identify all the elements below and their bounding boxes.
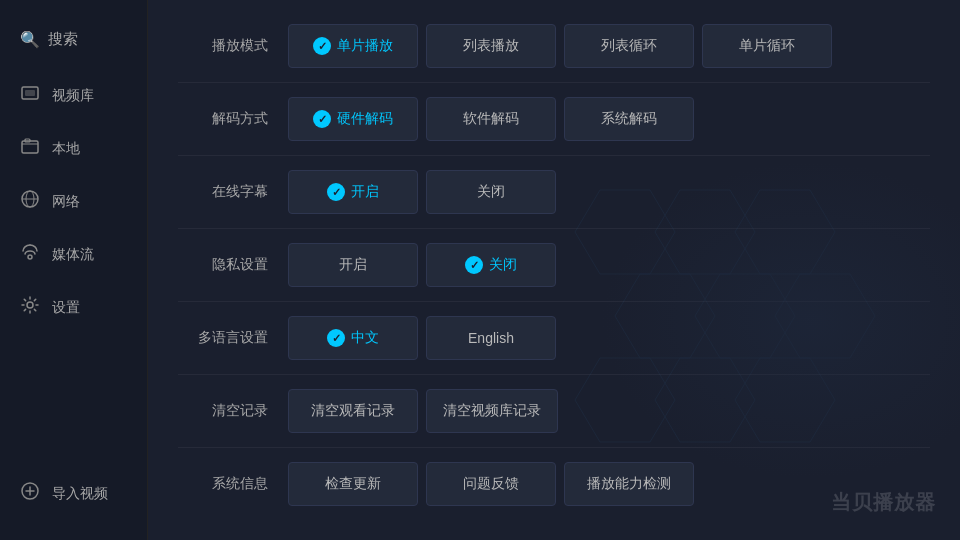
row-options-play-mode: 单片播放列表播放列表循环单片循环 xyxy=(288,24,930,68)
sidebar-item-settings[interactable]: 设置 xyxy=(0,281,147,334)
option-label-play-mode-list: 列表播放 xyxy=(463,37,519,55)
sidebar-item-network[interactable]: 网络 xyxy=(0,175,147,228)
library-icon xyxy=(20,83,40,108)
row-options-privacy: 开启关闭 xyxy=(288,243,930,287)
search-icon: 🔍 xyxy=(20,30,40,49)
check-icon xyxy=(313,37,331,55)
option-label-clear-clear-library: 清空视频库记录 xyxy=(443,402,541,420)
row-options-decode: 硬件解码软件解码系统解码 xyxy=(288,97,930,141)
settings-row-decode: 解码方式硬件解码软件解码系统解码 xyxy=(178,97,930,141)
option-label-system-capability: 播放能力检测 xyxy=(587,475,671,493)
option-btn-play-mode-single[interactable]: 单片播放 xyxy=(288,24,418,68)
option-btn-decode-software[interactable]: 软件解码 xyxy=(426,97,556,141)
sidebar: 🔍 搜索 视频库 本地 xyxy=(0,0,148,540)
network-icon xyxy=(20,189,40,214)
settings-container: 播放模式单片播放列表播放列表循环单片循环解码方式硬件解码软件解码系统解码在线字幕… xyxy=(178,24,930,506)
sidebar-item-stream-label: 媒体流 xyxy=(52,246,94,264)
row-options-language: 中文English xyxy=(288,316,930,360)
sidebar-item-import-label: 导入视频 xyxy=(52,485,108,503)
option-btn-clear-clear-watch[interactable]: 清空观看记录 xyxy=(288,389,418,433)
main-content: 播放模式单片播放列表播放列表循环单片循环解码方式硬件解码软件解码系统解码在线字幕… xyxy=(148,0,960,540)
option-btn-language-en[interactable]: English xyxy=(426,316,556,360)
check-icon xyxy=(465,256,483,274)
row-divider xyxy=(178,374,930,375)
option-btn-system-check-update[interactable]: 检查更新 xyxy=(288,462,418,506)
option-label-decode-software: 软件解码 xyxy=(463,110,519,128)
sidebar-item-settings-label: 设置 xyxy=(52,299,80,317)
option-btn-clear-clear-library[interactable]: 清空视频库记录 xyxy=(426,389,558,433)
sidebar-nav: 视频库 本地 网络 xyxy=(0,69,147,334)
option-label-language-en: English xyxy=(468,330,514,346)
row-options-clear: 清空观看记录清空视频库记录 xyxy=(288,389,930,433)
option-label-privacy-on: 开启 xyxy=(339,256,367,274)
settings-row-language: 多语言设置中文English xyxy=(178,316,930,360)
svg-rect-1 xyxy=(25,90,35,96)
option-label-language-zh: 中文 xyxy=(351,329,379,347)
svg-point-7 xyxy=(27,302,33,308)
option-label-subtitle-off: 关闭 xyxy=(477,183,505,201)
sidebar-item-local-label: 本地 xyxy=(52,140,80,158)
svg-rect-2 xyxy=(22,141,38,153)
row-divider xyxy=(178,447,930,448)
settings-row-system: 系统信息检查更新问题反馈播放能力检测 xyxy=(178,462,930,506)
check-icon xyxy=(313,110,331,128)
option-btn-play-mode-list[interactable]: 列表播放 xyxy=(426,24,556,68)
option-label-play-mode-list-loop: 列表循环 xyxy=(601,37,657,55)
search-button[interactable]: 🔍 搜索 xyxy=(0,20,147,69)
option-btn-subtitle-off[interactable]: 关闭 xyxy=(426,170,556,214)
settings-row-clear: 清空记录清空观看记录清空视频库记录 xyxy=(178,389,930,433)
sidebar-item-library-label: 视频库 xyxy=(52,87,94,105)
local-icon xyxy=(20,136,40,161)
option-label-subtitle-on: 开启 xyxy=(351,183,379,201)
option-btn-system-feedback[interactable]: 问题反馈 xyxy=(426,462,556,506)
settings-row-play-mode: 播放模式单片播放列表播放列表循环单片循环 xyxy=(178,24,930,68)
row-label-clear: 清空记录 xyxy=(178,402,288,420)
search-label: 搜索 xyxy=(48,30,78,49)
settings-icon xyxy=(20,295,40,320)
brand-logo: 当贝播放器 xyxy=(831,489,936,516)
option-label-play-mode-single: 单片播放 xyxy=(337,37,393,55)
option-btn-language-zh[interactable]: 中文 xyxy=(288,316,418,360)
option-label-clear-clear-watch: 清空观看记录 xyxy=(311,402,395,420)
row-label-privacy: 隐私设置 xyxy=(178,256,288,274)
option-btn-decode-system[interactable]: 系统解码 xyxy=(564,97,694,141)
sidebar-item-stream[interactable]: 媒体流 xyxy=(0,228,147,281)
option-btn-privacy-on[interactable]: 开启 xyxy=(288,243,418,287)
option-label-decode-hardware: 硬件解码 xyxy=(337,110,393,128)
svg-point-6 xyxy=(28,255,32,259)
row-label-language: 多语言设置 xyxy=(178,329,288,347)
option-btn-play-mode-list-loop[interactable]: 列表循环 xyxy=(564,24,694,68)
row-divider xyxy=(178,228,930,229)
option-btn-privacy-off[interactable]: 关闭 xyxy=(426,243,556,287)
row-label-decode: 解码方式 xyxy=(178,110,288,128)
row-label-play-mode: 播放模式 xyxy=(178,37,288,55)
check-icon xyxy=(327,329,345,347)
option-btn-play-mode-single-loop[interactable]: 单片循环 xyxy=(702,24,832,68)
option-btn-system-capability[interactable]: 播放能力检测 xyxy=(564,462,694,506)
sidebar-item-import[interactable]: 导入视频 xyxy=(0,467,147,520)
sidebar-item-local[interactable]: 本地 xyxy=(0,122,147,175)
option-btn-subtitle-on[interactable]: 开启 xyxy=(288,170,418,214)
row-label-subtitle: 在线字幕 xyxy=(178,183,288,201)
row-divider xyxy=(178,155,930,156)
stream-icon xyxy=(20,242,40,267)
option-label-system-check-update: 检查更新 xyxy=(325,475,381,493)
row-divider xyxy=(178,301,930,302)
import-icon xyxy=(20,481,40,506)
row-options-subtitle: 开启关闭 xyxy=(288,170,930,214)
row-divider xyxy=(178,82,930,83)
sidebar-item-network-label: 网络 xyxy=(52,193,80,211)
settings-row-privacy: 隐私设置开启关闭 xyxy=(178,243,930,287)
option-btn-decode-hardware[interactable]: 硬件解码 xyxy=(288,97,418,141)
row-label-system: 系统信息 xyxy=(178,475,288,493)
settings-row-subtitle: 在线字幕开启关闭 xyxy=(178,170,930,214)
option-label-decode-system: 系统解码 xyxy=(601,110,657,128)
option-label-system-feedback: 问题反馈 xyxy=(463,475,519,493)
option-label-privacy-off: 关闭 xyxy=(489,256,517,274)
check-icon xyxy=(327,183,345,201)
option-label-play-mode-single-loop: 单片循环 xyxy=(739,37,795,55)
sidebar-item-library[interactable]: 视频库 xyxy=(0,69,147,122)
